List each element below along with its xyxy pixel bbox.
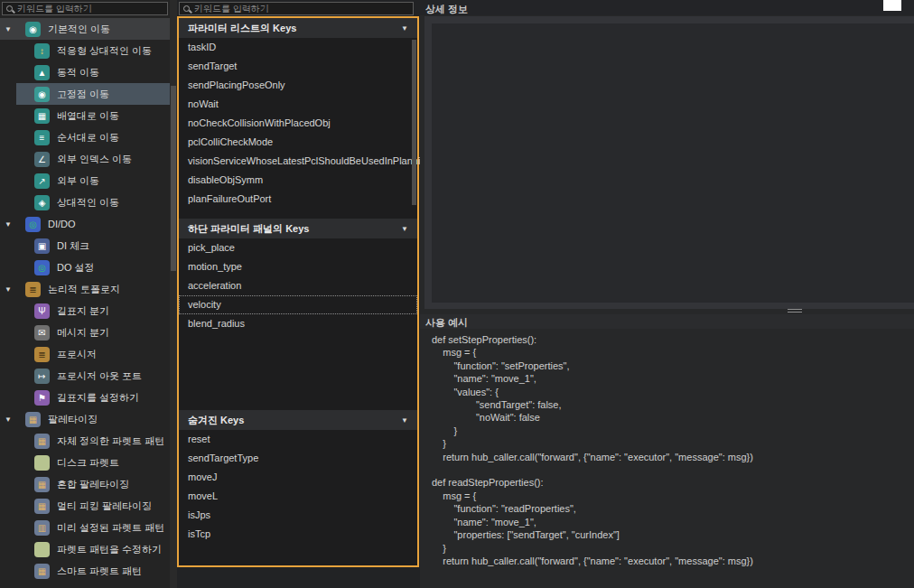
adaptive-relative-move-icon: ↕	[34, 43, 50, 59]
key-item[interactable]: noWait	[179, 95, 417, 114]
sidebar-item[interactable]: ✉메시지 분기	[0, 322, 170, 343]
external-move-icon: ↗	[34, 173, 50, 189]
sidebar-item-label: 디스크 파렛트	[57, 456, 119, 470]
sidebar-item-label: 외부 인덱스 이동	[57, 153, 132, 166]
keys-search-input[interactable]	[194, 4, 409, 14]
sidebar-item[interactable]: ↗외부 이동	[0, 170, 170, 191]
sidebar-item[interactable]: ⚑길표지를 설정하기	[0, 387, 170, 408]
detail-panel-title: 상세 정보	[425, 3, 468, 16]
detail-panel: 상세 정보 사용 예시 def setStepProperties(): msg…	[420, 0, 914, 588]
key-item[interactable]: isTcp	[179, 525, 417, 544]
key-item[interactable]: isJps	[179, 506, 417, 525]
sidebar-item[interactable]: ▦스마트 파렛트 패턴	[0, 560, 170, 582]
key-item[interactable]: taskID	[179, 38, 417, 57]
key-item[interactable]: sendTargetType	[179, 449, 417, 468]
sidebar-item-label: 적응형 상대적인 이동	[57, 44, 152, 58]
section-header[interactable]: 파라미터 리스트의 Keys ▼	[179, 18, 417, 38]
key-list-scrollbar-thumb[interactable]	[412, 40, 416, 205]
sidebar-item-label: DO 설정	[57, 261, 95, 275]
sidebar-search-box[interactable]	[2, 2, 168, 15]
keys-search-box[interactable]	[179, 2, 414, 15]
key-item[interactable]: pclColliCheckMode	[179, 133, 417, 152]
sidebar-item-label: DI/DO	[48, 219, 76, 229]
sidebar-item[interactable]: 파렛트 패턴을 수정하기	[0, 538, 170, 560]
sidebar-item-label: 동적 이동	[57, 66, 99, 79]
sidebar-scrollbar-thumb[interactable]	[171, 86, 176, 271]
key-item[interactable]: visionServiceWhoseLatestPclShouldBeUsedI…	[179, 152, 417, 171]
sidebar-item-label: 멀티 피킹 팔레타이징	[57, 499, 152, 513]
sidebar-item[interactable]: ▼▦팔레타이징	[0, 408, 170, 430]
key-item[interactable]: disableObjSymm	[179, 171, 417, 190]
chevron-down-icon[interactable]: ▼	[401, 416, 408, 425]
key-item[interactable]: noCheckCollisionWithPlacedObj	[179, 114, 417, 133]
sidebar-item-label: 프로시저 아웃 포트	[57, 369, 142, 383]
sidebar-item-label: 기본적인 이동	[48, 23, 110, 36]
expander-arrow-icon[interactable]: ▼	[5, 285, 14, 294]
key-item[interactable]: moveJ	[179, 468, 417, 487]
splitter-handle[interactable]	[788, 309, 802, 313]
sidebar-item[interactable]: Ψ길표지 분기	[0, 300, 170, 322]
section-header[interactable]: 숨겨진 Keys ▼	[179, 410, 417, 430]
expander-arrow-icon[interactable]: ▼	[5, 415, 14, 424]
sidebar-item-label: 순서대로 이동	[57, 131, 119, 145]
sidebar-item[interactable]: ▼◎DI/DO	[0, 213, 170, 235]
di-check-icon: ▣	[34, 238, 50, 254]
sidebar-item[interactable]: ▦배열대로 이동	[0, 105, 170, 126]
signpost-branch-icon: Ψ	[34, 303, 50, 319]
section-parameter-list-keys: 파라미터 리스트의 Keys ▼ taskIDsendTargetsendPla…	[179, 18, 417, 209]
usage-code: def setStepProperties(): msg = { "functi…	[432, 333, 753, 567]
sidebar-item[interactable]: ▣DI 체크	[0, 235, 170, 257]
key-item[interactable]: velocity	[179, 295, 417, 314]
key-item[interactable]: acceleration	[179, 276, 417, 295]
sidebar-item[interactable]: ◎DO 설정	[0, 257, 170, 278]
key-item[interactable]: sendPlacingPoseOnly	[179, 76, 417, 95]
chevron-down-icon[interactable]: ▼	[401, 24, 408, 33]
section-bottom-parameter-panel-keys: 하단 파라미터 패널의 Keys ▼ pick_placemotion_type…	[179, 219, 417, 333]
sidebar-item[interactable]: ◉고정점 이동	[0, 83, 170, 105]
usage-panel-title: 사용 예시	[425, 316, 468, 330]
key-item[interactable]: pick_place	[179, 238, 417, 257]
sidebar-item[interactable]: ↕적응형 상대적인 이동	[0, 40, 170, 61]
custom-pallet-pattern-icon: ▦	[34, 434, 50, 449]
sidebar-item[interactable]: ▲동적 이동	[0, 61, 170, 83]
sidebar-search-input[interactable]	[17, 4, 163, 14]
sidebar-item[interactable]: ↦프로시저 아웃 포트	[0, 365, 170, 387]
sidebar-item[interactable]: 디스크 파렛트	[0, 452, 170, 473]
sidebar-item[interactable]: ▦자체 정의한 파렛트 패턴	[0, 430, 170, 452]
key-item[interactable]: moveL	[179, 487, 417, 506]
sidebar-item[interactable]: ▼◉기본적인 이동	[0, 18, 170, 40]
section-hidden-keys: 숨겨진 Keys ▼ resetsendTargetTypemoveJmoveL…	[179, 410, 417, 544]
logical-topology-icon: ≣	[25, 282, 41, 297]
multi-pick-palletizing-icon: ▦	[34, 499, 50, 514]
external-index-move-icon: ∠	[34, 152, 50, 167]
sidebar-item[interactable]: ∠외부 인덱스 이동	[0, 148, 170, 170]
sidebar-item[interactable]: ◈상대적인 이동	[0, 191, 170, 213]
key-item[interactable]: sendTarget	[179, 57, 417, 76]
smart-pallet-pattern-icon: ▦	[34, 564, 50, 579]
sidebar-item[interactable]: ≡순서대로 이동	[0, 126, 170, 148]
key-list: pick_placemotion_typeaccelerationvelocit…	[179, 238, 417, 333]
chevron-down-icon[interactable]: ▼	[401, 225, 408, 233]
sidebar-item[interactable]: ▦멀티 피킹 팔레타이징	[0, 495, 170, 517]
section-title: 숨겨진 Keys	[188, 414, 244, 427]
sidebar-item[interactable]: ≣프로시저	[0, 343, 170, 365]
sidebar-item[interactable]: ▦혼합 팔레타이징	[0, 473, 170, 495]
sidebar-item[interactable]: ▼≣논리적 토폴로지	[0, 278, 170, 300]
sidebar-scrollbar[interactable]	[170, 0, 177, 588]
key-item[interactable]: reset	[179, 430, 417, 449]
move-in-sequence-icon: ≡	[34, 130, 50, 145]
message-branch-icon: ✉	[34, 325, 50, 341]
sidebar-item[interactable]: ▥미리 설정된 파렛트 패턴	[0, 517, 170, 538]
section-header[interactable]: 하단 파라미터 패널의 Keys ▼	[179, 219, 417, 238]
basic-move-pin-icon: ◉	[25, 22, 41, 37]
key-item[interactable]: planFailureOutPort	[179, 190, 417, 209]
expander-arrow-icon[interactable]: ▼	[5, 220, 14, 229]
search-icon	[183, 5, 190, 12]
detail-header-strip	[420, 0, 914, 15]
key-item[interactable]: motion_type	[179, 257, 417, 276]
sidebar-item-label: 고정점 이동	[57, 88, 109, 101]
detail-content-area	[432, 23, 914, 303]
key-item[interactable]: blend_radius	[179, 314, 417, 333]
expander-arrow-icon[interactable]: ▼	[5, 25, 14, 33]
keys-panel: 파라미터 리스트의 Keys ▼ taskIDsendTargetsendPla…	[177, 0, 419, 588]
